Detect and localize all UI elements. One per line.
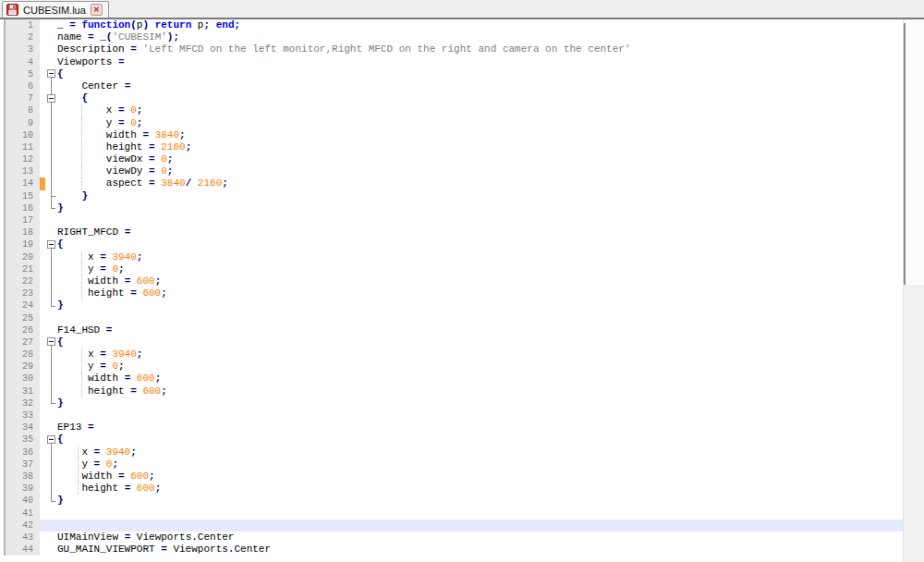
fold-margin[interactable]: [45, 336, 57, 348]
line-number[interactable]: 42: [6, 519, 40, 531]
line-number[interactable]: 41: [6, 507, 40, 519]
fold-margin[interactable]: [45, 495, 57, 507]
line-number[interactable]: 34: [6, 422, 40, 434]
line-number[interactable]: 5: [6, 68, 40, 80]
fold-margin[interactable]: [45, 446, 57, 458]
code-line[interactable]: x = 3940;: [57, 348, 924, 360]
line-number[interactable]: 30: [6, 373, 40, 385]
code-line[interactable]: [57, 312, 924, 324]
line-number[interactable]: 32: [6, 397, 40, 409]
fold-margin[interactable]: [45, 177, 57, 189]
fold-margin[interactable]: [45, 165, 57, 177]
code-line[interactable]: GU_MAIN_VIEWPORT = Viewports.Center: [57, 544, 924, 556]
fold-margin[interactable]: [45, 117, 57, 129]
line-number[interactable]: 16: [6, 202, 40, 214]
code-line[interactable]: [57, 214, 924, 226]
code-line[interactable]: RIGHT_MFCD =: [57, 226, 924, 238]
line-number[interactable]: 8: [6, 104, 40, 116]
line-number[interactable]: 18: [6, 226, 40, 238]
fold-margin[interactable]: [45, 68, 57, 80]
fold-margin[interactable]: [45, 104, 57, 116]
line-number[interactable]: 11: [6, 141, 40, 153]
code-line[interactable]: aspect = 3840/ 2160;: [57, 177, 924, 189]
fold-margin[interactable]: [45, 519, 57, 531]
line-number[interactable]: 20: [6, 251, 40, 263]
fold-margin[interactable]: [45, 31, 57, 43]
line-number[interactable]: 7: [6, 92, 40, 104]
code-line[interactable]: Center =: [57, 80, 924, 92]
line-number[interactable]: 31: [6, 385, 40, 397]
line-number[interactable]: 36: [6, 446, 40, 458]
code-line[interactable]: {: [57, 68, 924, 80]
line-number[interactable]: 9: [6, 117, 40, 129]
fold-margin[interactable]: [45, 238, 57, 250]
line-number[interactable]: 10: [6, 129, 40, 141]
tab-close-icon[interactable]: ✕: [91, 4, 103, 16]
vertical-scrollbar[interactable]: [903, 19, 924, 562]
line-number[interactable]: 26: [6, 324, 40, 336]
code-line[interactable]: }: [57, 495, 924, 507]
fold-margin[interactable]: [45, 141, 57, 153]
line-number[interactable]: 29: [6, 360, 40, 373]
code-line[interactable]: Viewports =: [57, 56, 924, 68]
code-line[interactable]: {: [57, 336, 924, 348]
line-number[interactable]: 39: [6, 483, 40, 495]
line-number[interactable]: 35: [6, 434, 40, 446]
line-number[interactable]: 3: [6, 43, 40, 55]
code-line[interactable]: F14_HSD =: [57, 324, 924, 336]
tab-cubesim-lua[interactable]: CUBESIM.lua ✕: [2, 1, 109, 18]
code-line[interactable]: [57, 409, 924, 422]
fold-margin[interactable]: [45, 397, 57, 409]
code-line[interactable]: y = 0;: [57, 458, 924, 470]
code-line[interactable]: y = 0;: [57, 117, 924, 129]
code-line[interactable]: y = 0;: [57, 263, 924, 275]
fold-margin[interactable]: [45, 531, 57, 544]
code-line[interactable]: viewDy = 0;: [57, 165, 924, 177]
line-number[interactable]: 43: [6, 531, 40, 544]
code-line[interactable]: [57, 507, 924, 519]
fold-margin[interactable]: [45, 507, 57, 519]
line-number[interactable]: 14: [6, 177, 40, 189]
line-number[interactable]: 38: [6, 470, 40, 483]
line-number[interactable]: 15: [6, 190, 40, 202]
fold-margin[interactable]: [45, 483, 57, 495]
line-number[interactable]: 23: [6, 287, 40, 299]
line-number[interactable]: 12: [6, 153, 40, 165]
code-line[interactable]: EP13 =: [57, 422, 924, 434]
line-number[interactable]: 6: [6, 80, 40, 92]
line-number[interactable]: 4: [6, 56, 40, 68]
fold-margin[interactable]: [45, 409, 57, 422]
code-line[interactable]: }: [57, 190, 924, 202]
fold-margin[interactable]: [45, 373, 57, 385]
code-line[interactable]: {: [57, 434, 924, 446]
fold-margin[interactable]: [45, 470, 57, 483]
fold-margin[interactable]: [45, 43, 57, 55]
fold-margin[interactable]: [45, 275, 57, 287]
scrollbar-track-lower[interactable]: [904, 285, 924, 562]
code-line[interactable]: viewDx = 0;: [57, 153, 924, 165]
fold-margin[interactable]: [45, 360, 57, 373]
fold-margin[interactable]: [45, 80, 57, 92]
code-line[interactable]: }: [57, 397, 924, 409]
fold-margin[interactable]: [45, 544, 57, 556]
fold-margin[interactable]: [45, 214, 57, 226]
fold-margin[interactable]: [45, 458, 57, 470]
code-line[interactable]: x = 0;: [57, 104, 924, 116]
line-number[interactable]: 37: [6, 458, 40, 470]
line-number[interactable]: 28: [6, 348, 40, 360]
fold-margin[interactable]: [45, 434, 57, 446]
code-line[interactable]: height = 2160;: [57, 141, 924, 153]
code-line[interactable]: Description = 'Left MFCD on the left mon…: [57, 43, 924, 55]
line-number[interactable]: 2: [6, 31, 40, 43]
code-line[interactable]: width = 600;: [57, 275, 924, 287]
code-line[interactable]: width = 600;: [57, 470, 924, 483]
fold-collapse-icon[interactable]: [47, 240, 55, 249]
fold-margin[interactable]: [45, 153, 57, 165]
fold-margin[interactable]: [45, 190, 57, 202]
fold-margin[interactable]: [45, 129, 57, 141]
line-number[interactable]: 44: [6, 544, 40, 556]
fold-margin[interactable]: [45, 226, 57, 238]
fold-margin[interactable]: [45, 287, 57, 299]
code-line[interactable]: {: [57, 92, 924, 104]
code-line[interactable]: {: [57, 238, 924, 250]
